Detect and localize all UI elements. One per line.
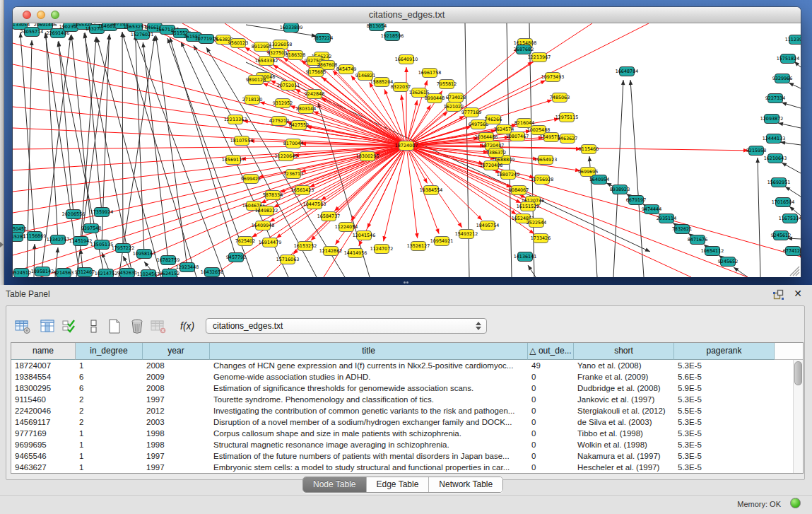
tab-network-table[interactable]: Network Table <box>428 477 502 492</box>
table-scrollbar[interactable] <box>793 360 803 473</box>
table-cell[interactable]: 1 <box>76 450 143 462</box>
column-header-in-degree[interactable]: in_degree <box>76 343 143 360</box>
column-header-pagerank[interactable]: pagerank <box>674 343 775 360</box>
table-row[interactable]: 946362711997Embryonic stem cells: a mode… <box>11 462 803 473</box>
table-cell[interactable]: 5.5E-5 <box>674 405 775 416</box>
column-header-year[interactable]: year <box>143 343 210 360</box>
table-body[interactable]: 1872400712008Changes of HCN gene express… <box>11 360 803 473</box>
table-cell[interactable]: 1997 <box>143 394 210 405</box>
split-pane-grip[interactable] <box>404 281 410 284</box>
table-cell[interactable]: 5.3E-5 <box>674 450 775 462</box>
table-mode-icon[interactable] <box>14 318 31 335</box>
table-selector-dropdown[interactable]: citations_edges.txt <box>206 318 487 334</box>
close-panel-icon[interactable]: ✕ <box>794 288 802 299</box>
column-header-name[interactable]: name <box>11 343 76 360</box>
table-cell[interactable]: Jankovic et al. (1997) <box>574 394 674 405</box>
table-cell[interactable]: Genome-wide association studies in ADHD. <box>210 371 528 382</box>
table-cell[interactable]: 0 <box>528 371 574 382</box>
table-cell[interactable]: 5.6E-5 <box>674 371 775 382</box>
table-cell[interactable]: 2003 <box>143 416 210 428</box>
table-cell[interactable]: 1997 <box>143 462 210 473</box>
create-column-icon[interactable] <box>106 318 123 335</box>
column-header-out-de-[interactable]: △ out_de... <box>528 343 574 360</box>
table-cell[interactable]: Estimation of the future numbers of pati… <box>210 450 528 462</box>
table-cell[interactable]: 1997 <box>143 450 210 462</box>
table-cell[interactable]: Franke et al. (2009) <box>574 371 674 382</box>
table-cell[interactable]: de Silva et al. (2003) <box>574 416 674 428</box>
tab-edge-table[interactable]: Edge Table <box>366 477 429 492</box>
table-cell[interactable]: Investigating the contribution of common… <box>210 405 528 416</box>
table-cell[interactable]: 18724007 <box>11 360 76 371</box>
table-cell[interactable]: 0 <box>528 416 574 428</box>
table-cell[interactable]: 2 <box>76 394 143 405</box>
table-cell[interactable]: 0 <box>528 382 574 394</box>
table-cell[interactable]: Estimation of significance thresholds fo… <box>210 382 528 394</box>
table-cell[interactable]: 5.3E-5 <box>674 462 775 473</box>
table-cell[interactable]: 9465546 <box>11 450 76 462</box>
table-cell[interactable]: 2012 <box>143 405 210 416</box>
table-cell[interactable]: 22420046 <box>11 405 76 416</box>
table-cell[interactable]: 5.3E-5 <box>674 439 775 450</box>
table-cell[interactable]: Changes of HCN gene expression and I(f) … <box>210 360 528 371</box>
table-cell[interactable]: 1998 <box>143 439 210 450</box>
column-header-short[interactable]: short <box>574 343 674 360</box>
delete-table-icon[interactable] <box>150 318 167 335</box>
row-height-icon[interactable] <box>86 318 102 335</box>
table-cell[interactable]: 1 <box>76 428 143 439</box>
table-cell[interactable]: 9463627 <box>11 462 76 473</box>
table-type-tabs[interactable]: Node TableEdge TableNetwork Table <box>302 477 503 493</box>
table-row[interactable]: 977716911998Corpus callosum shape and si… <box>11 428 803 439</box>
function-builder-icon[interactable]: f(x) <box>180 320 197 337</box>
table-cell[interactable]: Structural magnetic resonance image aver… <box>210 439 528 450</box>
table-cell[interactable]: 0 <box>528 439 574 450</box>
table-row[interactable]: 946554611997Estimation of the future num… <box>11 450 803 462</box>
table-cell[interactable]: 9699695 <box>11 439 76 450</box>
select-columns-icon[interactable] <box>61 318 78 335</box>
table-row[interactable]: 1830029562008Estimation of significance … <box>11 382 803 394</box>
table-cell[interactable]: 19384554 <box>11 371 76 382</box>
network-canvas[interactable]: 1872400776638229560123891295516543382224… <box>13 23 801 277</box>
table-cell[interactable]: 2009 <box>143 371 210 382</box>
table-cell[interactable]: Stergiakouli et al. (2012) <box>574 405 674 416</box>
table-cell[interactable]: 6 <box>76 371 143 382</box>
table-cell[interactable]: 18300295 <box>11 382 76 394</box>
table-cell[interactable]: 1 <box>76 439 143 450</box>
table-cell[interactable]: Wolkin et al. (1998) <box>574 439 674 450</box>
table-cell[interactable]: 6 <box>76 382 143 394</box>
table-cell[interactable]: 5.3E-5 <box>674 360 775 371</box>
table-cell[interactable]: 0 <box>528 450 574 462</box>
table-cell[interactable]: 9777169 <box>11 428 76 439</box>
table-cell[interactable]: Tibbo et al. (1998) <box>574 428 674 439</box>
table-cell[interactable]: Yano et al. (2008) <box>574 360 674 371</box>
table-cell[interactable]: 49 <box>528 360 574 371</box>
table-cell[interactable]: 5.3E-5 <box>674 428 775 439</box>
table-cell[interactable]: 2008 <box>143 360 210 371</box>
table-cell[interactable]: 2008 <box>143 382 210 394</box>
table-row[interactable]: 969969511998Structural magnetic resonanc… <box>11 439 803 450</box>
table-cell[interactable]: 1998 <box>143 428 210 439</box>
table-cell[interactable]: 0 <box>528 394 574 405</box>
table-cell[interactable]: 2 <box>76 405 143 416</box>
table-row[interactable]: 1938455462009Genome-wide association stu… <box>11 371 803 382</box>
window-titlebar[interactable]: citations_edges.txt <box>13 7 801 23</box>
table-row[interactable]: 911546021997Tourette syndrome. Phenomeno… <box>11 394 803 405</box>
delete-column-icon[interactable] <box>129 318 146 335</box>
table-header-row[interactable]: namein_degreeyeartitle△ out_de...shortpa… <box>11 343 803 360</box>
panel-collapse-arrow-icon[interactable] <box>0 242 4 247</box>
table-row[interactable]: 1456911722003Disruption of a novel membe… <box>11 416 803 428</box>
node-table[interactable]: namein_degreeyeartitle△ out_de...shortpa… <box>11 342 804 474</box>
table-cell[interactable]: 0 <box>528 428 574 439</box>
show-columns-icon[interactable] <box>40 318 57 335</box>
table-row[interactable]: 1872400712008Changes of HCN gene express… <box>11 360 803 371</box>
table-cell[interactable]: Disruption of a novel member of a sodium… <box>210 416 528 428</box>
table-cell[interactable]: 5.3E-5 <box>674 394 775 405</box>
table-scrollbar-thumb[interactable] <box>794 361 802 385</box>
table-cell[interactable]: 2 <box>76 416 143 428</box>
table-cell[interactable]: Dudbridge et al. (2008) <box>574 382 674 394</box>
tab-node-table[interactable]: Node Table <box>303 477 366 492</box>
table-cell[interactable]: Nakamura et al. (1997) <box>574 450 674 462</box>
table-cell[interactable]: Corpus callosum shape and size in male p… <box>210 428 528 439</box>
table-cell[interactable]: 5.3E-5 <box>674 416 775 428</box>
table-cell[interactable]: 9115460 <box>11 394 76 405</box>
column-header-title[interactable]: title <box>210 343 528 360</box>
